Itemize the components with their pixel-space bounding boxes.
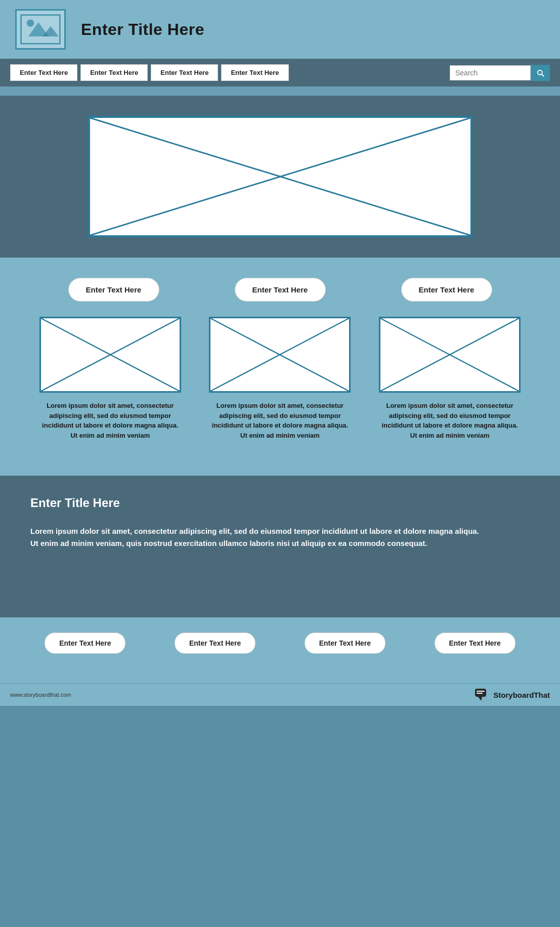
card-button-2[interactable]: Enter Text Here — [235, 278, 326, 302]
footer-buttons-row: Enter Text Here Enter Text Here Enter Te… — [20, 633, 540, 654]
hero-image-placeholder — [88, 116, 472, 237]
header: Enter Title Here — [0, 0, 560, 59]
footer: Enter Text Here Enter Text Here Enter Te… — [0, 617, 560, 683]
cards-buttons-row: Enter Text Here Enter Text Here Enter Te… — [30, 278, 530, 302]
footer-button-1[interactable]: Enter Text Here — [45, 633, 125, 654]
card-button-3[interactable]: Enter Text Here — [401, 278, 492, 302]
card-image-3 — [379, 317, 521, 393]
search-icon — [536, 68, 545, 77]
footer-button-3[interactable]: Enter Text Here — [305, 633, 385, 654]
card-text-1: Lorem ipsum dolor sit amet, consectetur … — [39, 401, 181, 440]
storyboard-brand: StoryboardThat — [474, 688, 550, 702]
nav-links: Enter Text Here Enter Text Here Enter Te… — [10, 64, 450, 81]
footer-button-2[interactable]: Enter Text Here — [175, 633, 255, 654]
nav-link-3[interactable]: Enter Text Here — [151, 64, 218, 81]
nav-link-2[interactable]: Enter Text Here — [80, 64, 148, 81]
navbar: Enter Text Here Enter Text Here Enter Te… — [0, 59, 560, 87]
header-title: Enter Title Here — [81, 20, 204, 39]
search-button[interactable] — [531, 65, 550, 81]
header-logo — [15, 9, 66, 50]
search-container — [450, 65, 550, 81]
dark-section-body: Lorem ipsum dolor sit amet, consectetur … — [30, 525, 486, 550]
card-item-1: Lorem ipsum dolor sit amet, consectetur … — [39, 317, 181, 440]
svg-marker-17 — [478, 697, 482, 701]
sub-nav-strip — [0, 87, 560, 96]
card-button-1[interactable]: Enter Text Here — [68, 278, 159, 302]
hero-section — [0, 96, 560, 258]
nav-link-1[interactable]: Enter Text Here — [10, 64, 77, 81]
card-item-2: Lorem ipsum dolor sit amet, consectetur … — [209, 317, 351, 440]
bottom-bar-url: www.storyboardthat.com — [10, 692, 71, 698]
card-item-3: Lorem ipsum dolor sit amet, consectetur … — [379, 317, 521, 440]
svg-rect-19 — [477, 693, 483, 694]
card-image-2 — [209, 317, 351, 393]
bottom-bar: www.storyboardthat.com StoryboardThat — [0, 683, 560, 706]
cards-row: Lorem ipsum dolor sit amet, consectetur … — [30, 317, 530, 440]
nav-link-4[interactable]: Enter Text Here — [221, 64, 288, 81]
cards-section: Enter Text Here Enter Text Here Enter Te… — [0, 258, 560, 476]
dark-section: Enter Title Here Lorem ipsum dolor sit a… — [0, 476, 560, 617]
storyboard-logo-icon — [474, 688, 489, 702]
dark-section-title: Enter Title Here — [30, 496, 530, 510]
card-text-2: Lorem ipsum dolor sit amet, consectetur … — [209, 401, 351, 440]
card-text-3: Lorem ipsum dolor sit amet, consectetur … — [379, 401, 521, 440]
svg-rect-18 — [477, 691, 485, 692]
svg-point-3 — [27, 19, 34, 26]
search-input[interactable] — [450, 65, 531, 80]
card-image-1 — [39, 317, 181, 393]
footer-button-4[interactable]: Enter Text Here — [435, 633, 515, 654]
storyboard-brand-name: StoryboardThat — [493, 691, 550, 699]
